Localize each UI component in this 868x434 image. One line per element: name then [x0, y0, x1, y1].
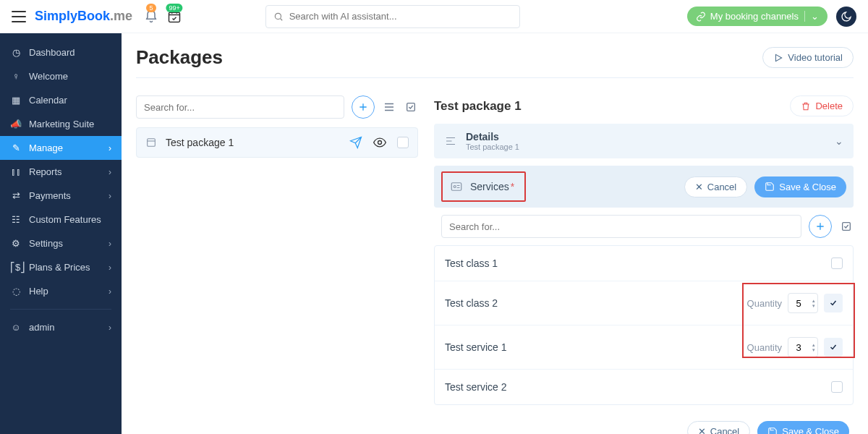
sidebar-item-label: Dashboard: [29, 47, 75, 58]
save-close-button-footer[interactable]: Save & Close: [757, 421, 849, 434]
service-row[interactable]: Test class 2 Quantity ▴▾: [435, 281, 853, 325]
chevron-up-icon[interactable]: ▴: [812, 342, 815, 347]
service-checkbox[interactable]: [831, 381, 843, 393]
payments-icon: ⇄: [10, 190, 22, 201]
delete-label: Delete: [815, 101, 843, 111]
theme-toggle[interactable]: [836, 7, 856, 27]
svg-rect-4: [148, 139, 156, 147]
service-name: Test service 2: [445, 381, 507, 393]
chevron-down-icon[interactable]: ▾: [812, 347, 815, 352]
gift-icon: ☷: [10, 214, 22, 225]
sidebar-item-plans[interactable]: ⎡$⎦Plans & Prices›: [0, 255, 122, 279]
svg-rect-0: [169, 12, 180, 22]
services-icon: [450, 180, 463, 193]
add-package-button[interactable]: [352, 95, 375, 119]
sidebar-item-settings[interactable]: ⚙Settings›: [0, 231, 122, 255]
list-view-button[interactable]: [382, 100, 396, 114]
sidebar-item-dashboard[interactable]: ◷Dashboard: [0, 41, 122, 64]
chevron-up-icon[interactable]: ▴: [812, 298, 815, 303]
chevron-down-icon: ⌄: [835, 135, 843, 147]
service-name: Test service 1: [445, 341, 507, 353]
calendar-check-button[interactable]: 99+: [167, 9, 182, 24]
service-name: Test class 1: [445, 258, 498, 269]
service-selected-chip[interactable]: [824, 338, 843, 357]
sidebar-item-label: Welcome: [29, 71, 68, 82]
notifications-button[interactable]: 5: [144, 9, 158, 24]
check-icon: [829, 299, 838, 307]
send-icon[interactable]: [349, 136, 362, 149]
package-checkbox[interactable]: [397, 137, 409, 148]
cancel-button-footer[interactable]: ✕ Cancel: [687, 421, 750, 434]
sidebar-item-admin[interactable]: ☺admin›: [0, 315, 122, 339]
sidebar-item-payments[interactable]: ⇄Payments›: [0, 184, 122, 208]
services-section-header: Services* ✕ Cancel Save & Close: [434, 166, 854, 208]
sidebar-item-label: Settings: [29, 238, 63, 249]
delete-button[interactable]: Delete: [790, 95, 854, 116]
chevron-down-icon: ⌄: [804, 11, 819, 22]
save-icon: [767, 427, 778, 435]
service-row[interactable]: Test service 1 Quantity ▴▾: [435, 325, 853, 369]
sidebar-item-manage[interactable]: ✎Manage›: [0, 136, 122, 160]
select-all-services-button[interactable]: [839, 219, 854, 234]
page-title: Packages: [136, 46, 223, 69]
quantity-stepper[interactable]: ▴▾: [812, 298, 815, 308]
global-search[interactable]: [265, 5, 520, 28]
chat-icon: ◌: [10, 286, 22, 297]
cancel-button[interactable]: ✕ Cancel: [684, 176, 747, 197]
sidebar-item-marketing[interactable]: 📣Marketing Suite: [0, 112, 122, 136]
quantity-stepper[interactable]: ▴▾: [812, 342, 815, 352]
booking-channels-label: My booking channels: [710, 11, 799, 22]
packages-search-input[interactable]: [136, 95, 344, 119]
brand-logo[interactable]: SimplyBook.me: [35, 9, 132, 24]
sidebar-item-reports[interactable]: ⫿⫿Reports›: [0, 160, 122, 184]
money-icon: ⎡$⎦: [10, 262, 22, 273]
details-section-header[interactable]: Details Test package 1 ⌄: [434, 124, 854, 158]
video-tutorial-button[interactable]: Video tutorial: [762, 47, 854, 68]
service-row[interactable]: Test service 2: [435, 369, 853, 404]
sidebar-item-welcome[interactable]: ♀Welcome: [0, 64, 122, 88]
svg-rect-6: [451, 183, 461, 191]
booking-channels-button[interactable]: My booking channels ⌄: [687, 7, 827, 26]
pencil-icon: ✎: [10, 142, 22, 153]
package-list-item[interactable]: Test package 1: [136, 127, 418, 158]
cancel-label: Cancel: [707, 182, 736, 192]
chart-icon: ⫿⫿: [10, 166, 22, 177]
chevron-right-icon: ›: [109, 286, 111, 297]
sidebar-item-calendar[interactable]: ▦Calendar: [0, 88, 122, 112]
sidebar-item-label: Manage: [29, 142, 63, 153]
sidebar-item-label: Marketing Suite: [29, 119, 94, 129]
service-row[interactable]: Test class 1: [435, 246, 853, 281]
package-name: Test package 1: [166, 137, 234, 148]
details-title: Details: [466, 131, 519, 142]
save-close-label: Save & Close: [779, 182, 836, 192]
services-title: Services*: [470, 181, 514, 192]
sidebar-item-help[interactable]: ◌Help›: [0, 279, 122, 303]
save-close-button[interactable]: Save & Close: [754, 176, 846, 197]
select-all-button[interactable]: [404, 100, 418, 114]
cancel-label: Cancel: [710, 426, 739, 434]
quantity-label: Quantity: [747, 298, 782, 309]
megaphone-icon: 📣: [10, 119, 22, 129]
service-checkbox[interactable]: [831, 258, 843, 269]
quantity-label: Quantity: [747, 342, 782, 353]
gear-icon: ⚙: [10, 238, 22, 249]
svg-point-1: [275, 13, 281, 19]
chevron-right-icon: ›: [109, 239, 111, 249]
eye-icon[interactable]: [373, 135, 387, 150]
user-icon: ☺: [10, 322, 22, 333]
svg-point-5: [378, 141, 382, 145]
calendar-icon: ▦: [10, 95, 22, 106]
link-icon: [696, 12, 706, 22]
chevron-down-icon[interactable]: ▾: [812, 303, 815, 308]
add-service-button[interactable]: [809, 215, 832, 238]
svg-point-7: [454, 186, 456, 188]
services-search-input[interactable]: [441, 215, 801, 238]
menu-toggle[interactable]: [12, 11, 26, 22]
service-selected-chip[interactable]: [824, 294, 843, 312]
services-list: Test class 1 Test class 2 Quantity: [434, 245, 854, 405]
svg-rect-3: [407, 103, 415, 111]
check-icon: [829, 343, 838, 352]
topbar: SimplyBook.me 5 99+ My booking channels …: [0, 0, 868, 33]
sidebar-item-custom-features[interactable]: ☷Custom Features: [0, 208, 122, 231]
global-search-input[interactable]: [289, 11, 512, 22]
